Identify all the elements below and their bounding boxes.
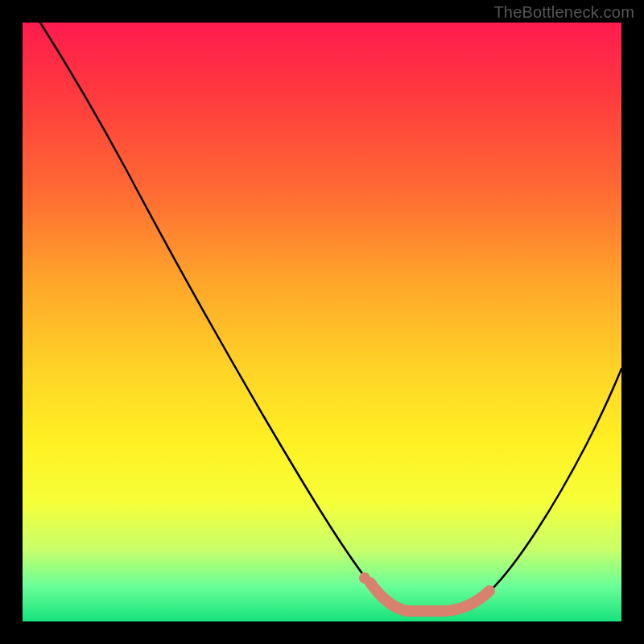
bottleneck-curve <box>23 23 621 621</box>
highlight-dot-left <box>359 572 370 584</box>
chart-frame: TheBottleneck.com <box>0 0 644 644</box>
plot-area <box>23 23 621 621</box>
highlight-band <box>370 583 489 611</box>
watermark-label: TheBottleneck.com <box>493 3 634 22</box>
